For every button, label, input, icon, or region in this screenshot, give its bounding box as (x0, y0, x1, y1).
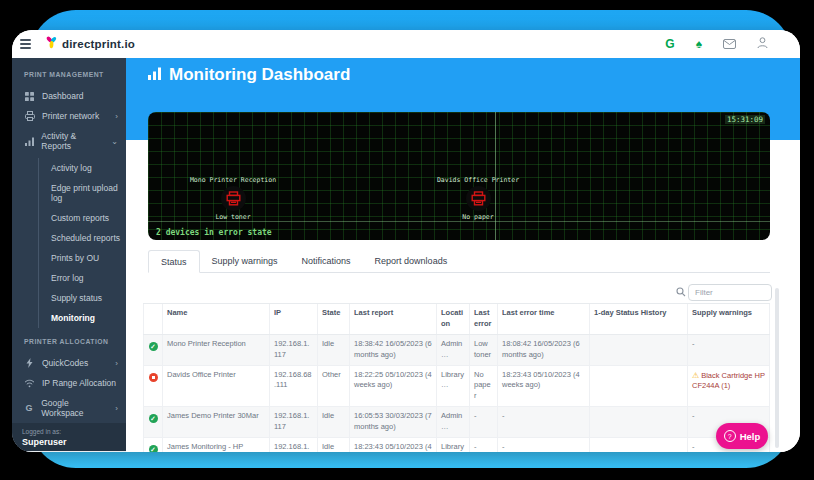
radar-device: Davids Office Printer No paper (423, 176, 533, 221)
col-name: Name (163, 304, 270, 334)
col-location: Location (437, 304, 470, 334)
logged-in-user: Superuser (22, 437, 116, 447)
warning-triangle-icon: ⚠ (692, 371, 699, 380)
status-table: Name IP State Last report Location Last … (143, 303, 770, 452)
col-status-history: 1-day Status History (590, 304, 688, 334)
col-ip: IP (270, 304, 318, 334)
status-ok-icon (149, 342, 158, 351)
filter-input[interactable] (688, 284, 772, 301)
tab-report-downloads[interactable]: Report downloads (363, 250, 460, 272)
activity-reports-submenu: Activity log Edge print upload log Custo… (38, 158, 126, 328)
error-printer-icon[interactable] (221, 186, 246, 211)
sidebar-item-monitoring[interactable]: Monitoring (49, 308, 126, 328)
col-supply-warnings: Supply warnings (688, 304, 770, 334)
sidebar-item-dashboard[interactable]: Dashboard (12, 86, 126, 106)
col-last-report: Last report (350, 304, 437, 334)
lightning-icon (24, 358, 35, 368)
sidebar-item-custom-reports[interactable]: Custom reports (49, 208, 126, 228)
col-state: State (318, 304, 350, 334)
logo-text: directprint.io (62, 38, 135, 50)
tab-status[interactable]: Status (148, 250, 200, 273)
sidebar-item-edge-print-upload-log[interactable]: Edge print upload log (49, 178, 126, 208)
sidebar-item-scheduled-reports[interactable]: Scheduled reports (49, 228, 126, 248)
radar-horizontal-line (148, 221, 770, 222)
question-mark-icon: ? (724, 430, 736, 442)
radar-device-error: No paper (462, 213, 493, 221)
hamburger-menu-icon[interactable] (20, 39, 31, 49)
sidebar-item-activity-log[interactable]: Activity log (49, 158, 126, 178)
monitoring-icon (148, 65, 161, 85)
section-print-management: PRINT MANAGEMENT (12, 71, 126, 78)
help-button[interactable]: ? Help (716, 423, 768, 449)
radar-device-name: Mono Printer Reception (190, 176, 276, 184)
radar-device: Mono Printer Reception Low toner (178, 176, 288, 221)
chevron-right-icon (115, 359, 118, 368)
chevron-down-icon (111, 137, 118, 146)
wifi-icon (24, 379, 35, 388)
sidebar-footer: Logged in as: Superuser (12, 423, 126, 451)
page-title: Monitoring Dashboard (148, 65, 350, 85)
mail-icon[interactable] (723, 35, 736, 53)
error-printer-icon[interactable] (466, 186, 491, 211)
google-icon[interactable]: G (665, 37, 674, 51)
table-scrollbar[interactable] (775, 288, 779, 448)
bar-chart-icon (24, 137, 34, 146)
col-last-error-time: Last error time (498, 304, 590, 334)
table-row[interactable]: James Demo Printer 30Mar 192.168.1.117 I… (143, 407, 770, 438)
tab-notifications[interactable]: Notifications (290, 250, 363, 272)
sidebar-legal-links: Privacy Policy Terms & EULA (12, 451, 126, 452)
sidebar-item-activity-reports[interactable]: Activity & Reports (12, 126, 126, 156)
sidebar-item-error-log[interactable]: Error log (49, 268, 126, 288)
table-row[interactable]: Davids Office Printer 192.168.68.111 Oth… (143, 366, 770, 408)
chevron-right-icon (115, 404, 118, 413)
radar-device-error: Low toner (215, 213, 250, 221)
radar-status-line: 2 devices in error state (156, 228, 272, 237)
status-ok-icon (149, 445, 158, 452)
chevron-right-icon (115, 112, 118, 121)
sidebar-item-printer-network[interactable]: Printer network (12, 106, 126, 126)
top-bar: directprint.io G ♠ (12, 30, 800, 58)
grid-icon (24, 92, 35, 101)
sidebar-item-prints-by-ou[interactable]: Prints by OU (49, 248, 126, 268)
table-header: Name IP State Last report Location Last … (143, 304, 770, 335)
user-icon[interactable] (757, 35, 768, 53)
logo[interactable]: directprint.io (45, 35, 135, 53)
main-content: Monitoring Dashboard 15:31:09 Mono Print… (126, 58, 800, 452)
logo-icon (45, 35, 58, 53)
tab-bar: Status Supply warnings Notifications Rep… (148, 250, 770, 273)
logged-in-label: Logged in as: (22, 428, 116, 435)
sidebar-item-quickcodes[interactable]: QuickCodes (12, 353, 126, 373)
google-workspace-icon: G (24, 403, 34, 413)
tab-supply-warnings[interactable]: Supply warnings (200, 250, 290, 272)
status-ok-icon (149, 414, 158, 423)
spade-icon[interactable]: ♠ (696, 38, 702, 50)
sidebar: PRINT MANAGEMENT Dashboard Printer netwo… (12, 58, 126, 452)
search-icon (676, 287, 686, 299)
status-error-icon (149, 373, 158, 382)
printer-icon (24, 111, 35, 121)
app-window: directprint.io G ♠ PRINT MANAGEMENT (12, 30, 800, 452)
table-row[interactable]: Mono Printer Reception 192.168.1.117 Idl… (143, 335, 770, 366)
table-row[interactable]: James Monitoring - HP HNDHP401DN 192.168… (143, 438, 770, 452)
section-printer-allocation: PRINTER ALLOCATION (12, 338, 126, 345)
radar-device-name: Davids Office Printer (437, 176, 519, 184)
sidebar-item-supply-status[interactable]: Supply status (49, 288, 126, 308)
radar-clock: 15:31:09 (725, 115, 765, 124)
monitoring-radar-panel: 15:31:09 Mono Printer Reception Low tone… (148, 112, 770, 240)
col-status (143, 304, 163, 334)
sidebar-item-google-workspace[interactable]: G Google Workspace (12, 393, 126, 423)
col-last-error: Last error (470, 304, 498, 334)
sidebar-item-ip-range-allocation[interactable]: IP Range Allocation (12, 373, 126, 393)
